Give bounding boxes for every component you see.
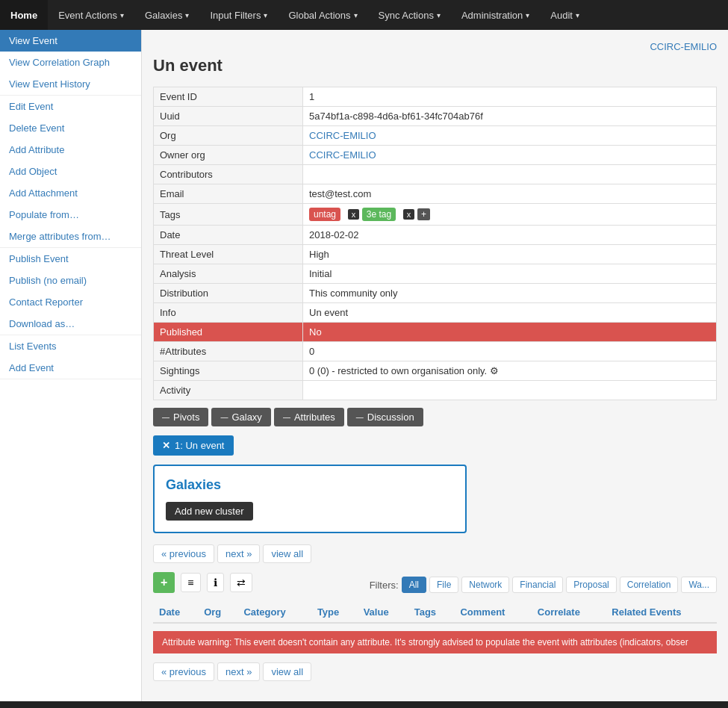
col-date[interactable]: Date [153, 602, 198, 623]
table-row-date: Date 2018-02-02 [154, 226, 717, 245]
tag-untag-remove[interactable]: x [348, 209, 360, 220]
navbar-administration[interactable]: Administration ▾ [451, 0, 540, 30]
col-related-events[interactable]: Related Events [606, 602, 717, 623]
col-correlate[interactable]: Correlate [532, 602, 606, 623]
field-label-date: Date [154, 226, 303, 245]
pagination-bottom-view-all[interactable]: view all [263, 662, 311, 681]
add-cluster-button[interactable]: Add new cluster [166, 502, 253, 521]
table-row-num-attributes: #Attributes 0 [154, 342, 717, 361]
field-label-activity: Activity [154, 381, 303, 400]
add-attribute-button[interactable]: + [153, 572, 175, 593]
field-label-uuid: Uuid [154, 107, 303, 126]
field-label-analysis: Analysis [154, 264, 303, 284]
sidebar-item-contact-reporter[interactable]: Contact Reporter [0, 291, 141, 313]
sidebar: View Event View Correlation Graph View E… [0, 30, 142, 701]
col-value[interactable]: Value [358, 602, 408, 623]
filter-proposal[interactable]: Proposal [566, 577, 616, 593]
field-value-org[interactable]: CCIRC-EMILIO [303, 126, 717, 146]
sidebar-item-populate-from[interactable]: Populate from… [0, 204, 141, 226]
pagination-previous[interactable]: « previous [153, 544, 214, 563]
filter-correlation[interactable]: Correlation [620, 577, 679, 593]
pagination-bottom-previous[interactable]: « previous [153, 662, 214, 681]
tag-untag: untag [309, 208, 340, 221]
sidebar-item-edit-event[interactable]: Edit Event [0, 96, 141, 117]
navbar-galaxies[interactable]: Galaxies ▾ [134, 0, 200, 30]
filters-label: Filters: [370, 580, 399, 591]
sidebar-item-merge-attributes[interactable]: Merge attributes from… [0, 226, 141, 247]
navbar-sync-actions[interactable]: Sync Actions ▾ [368, 0, 451, 30]
sidebar-item-add-attachment[interactable]: Add Attachment [0, 182, 141, 204]
navbar-audit-arrow: ▾ [576, 11, 579, 19]
sidebar-item-view-correlation-graph[interactable]: View Correlation Graph [0, 52, 141, 73]
event-tabs: Pivots Galaxy Attributes Discussion [153, 408, 717, 426]
table-row-email: Email test@test.com [154, 184, 717, 204]
pagination-view-all[interactable]: view all [263, 544, 311, 563]
field-value-info: Un event [303, 303, 717, 323]
sidebar-item-add-attribute[interactable]: Add Attribute [0, 139, 141, 161]
table-row-activity: Activity [154, 381, 717, 400]
sidebar-item-download-as[interactable]: Download as… [0, 313, 141, 335]
col-org[interactable]: Org [198, 602, 237, 623]
pagination-bottom: « previous next » view all [153, 662, 717, 681]
field-value-analysis: Initial [303, 264, 717, 284]
navbar: Home Event Actions ▾ Galaxies ▾ Input Fi… [0, 0, 728, 30]
attr-table-header: Date Org Category Type Value Tags Commen… [153, 602, 717, 623]
table-row-owner-org: Owner org CCIRC-EMILIO [154, 146, 717, 165]
attr-list-icon-button[interactable]: ≡ [181, 573, 200, 592]
navbar-audit[interactable]: Audit ▾ [540, 0, 590, 30]
sidebar-item-publish-no-email[interactable]: Publish (no email) [0, 270, 141, 291]
navbar-sync-actions-arrow: ▾ [437, 11, 441, 19]
navbar-event-actions-label: Event Actions [58, 10, 117, 21]
sidebar-item-add-event[interactable]: Add Event [0, 357, 141, 379]
navbar-home-label: Home [10, 10, 37, 21]
tab-discussion[interactable]: Discussion [347, 408, 423, 426]
pagination-bottom-next[interactable]: next » [217, 662, 260, 681]
filter-all[interactable]: All [402, 577, 426, 593]
filters-bar: Filters: All File Network Financial Prop… [370, 577, 717, 593]
sidebar-section-edit: Edit Event Delete Event Add Attribute Ad… [0, 96, 141, 248]
attr-table: Date Org Category Type Value Tags Commen… [153, 602, 717, 624]
sightings-settings-icon[interactable]: ⚙ [490, 365, 499, 376]
pagination-top: « previous next » view all [153, 544, 717, 563]
attr-shuffle-icon-button[interactable]: ⇄ [230, 573, 252, 592]
filter-wa[interactable]: Wa... [681, 577, 717, 593]
col-category[interactable]: Category [237, 602, 311, 623]
col-type[interactable]: Type [311, 602, 358, 623]
col-tags[interactable]: Tags [408, 602, 455, 623]
navbar-global-actions-arrow: ▾ [354, 11, 358, 19]
field-label-event-id: Event ID [154, 87, 303, 107]
tag-add-button[interactable]: + [417, 208, 430, 220]
navbar-input-filters[interactable]: Input Filters ▾ [199, 0, 278, 30]
sidebar-section-list: List Events Add Event [0, 335, 141, 379]
sidebar-item-view-event[interactable]: View Event [0, 30, 141, 52]
tag-3e-remove[interactable]: x [403, 209, 415, 220]
sidebar-item-view-event-history[interactable]: View Event History [0, 73, 141, 95]
field-value-published: No [303, 323, 717, 342]
sidebar-item-add-object[interactable]: Add Object [0, 161, 141, 182]
sidebar-item-list-events[interactable]: List Events [0, 335, 141, 357]
field-value-email: test@test.com [303, 184, 717, 204]
filter-network[interactable]: Network [461, 577, 509, 593]
filter-financial[interactable]: Financial [512, 577, 563, 593]
navbar-global-actions[interactable]: Global Actions ▾ [278, 0, 367, 30]
event-tag-button[interactable]: ✕ 1: Un event [153, 435, 234, 456]
sidebar-item-delete-event[interactable]: Delete Event [0, 117, 141, 139]
field-label-info: Info [154, 303, 303, 323]
tab-attributes[interactable]: Attributes [274, 408, 344, 426]
filter-file[interactable]: File [429, 577, 458, 593]
attr-info-icon-button[interactable]: ℹ [207, 573, 224, 592]
table-row-info: Info Un event [154, 303, 717, 323]
field-value-owner-org[interactable]: CCIRC-EMILIO [303, 146, 717, 165]
navbar-global-actions-label: Global Actions [288, 10, 350, 21]
pagination-next[interactable]: next » [217, 544, 260, 563]
tab-galaxy[interactable]: Galaxy [211, 408, 270, 426]
navbar-event-actions[interactable]: Event Actions ▾ [48, 0, 134, 30]
navbar-input-filters-label: Input Filters [210, 10, 261, 21]
navbar-administration-label: Administration [461, 10, 523, 21]
org-label[interactable]: CCIRC-EMILIO [153, 41, 717, 52]
sidebar-item-publish-event[interactable]: Publish Event [0, 248, 141, 270]
field-value-event-id: 1 [303, 87, 717, 107]
navbar-home[interactable]: Home [0, 0, 48, 30]
col-comment[interactable]: Comment [454, 602, 531, 623]
tab-pivots[interactable]: Pivots [153, 408, 208, 426]
